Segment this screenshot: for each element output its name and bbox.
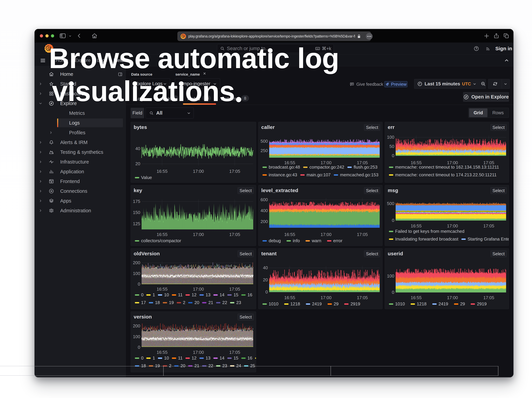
svg-text:k6: k6 xyxy=(52,152,53,154)
